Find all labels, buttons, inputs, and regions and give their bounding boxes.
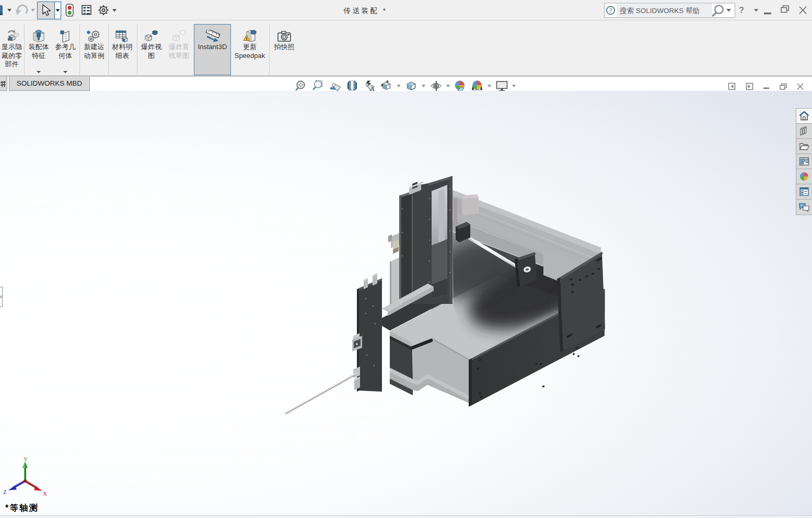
svg-text:?: ? [739, 6, 744, 15]
svg-text:Z: Z [3, 489, 7, 495]
svg-text:!: ! [246, 36, 248, 41]
svg-text:搜索 SOLIDWORKS 帮助: 搜索 SOLIDWORKS 帮助 [619, 7, 700, 15]
svg-text:X: X [43, 490, 47, 497]
svg-text:?: ? [609, 7, 612, 14]
svg-text:Y: Y [24, 456, 28, 462]
